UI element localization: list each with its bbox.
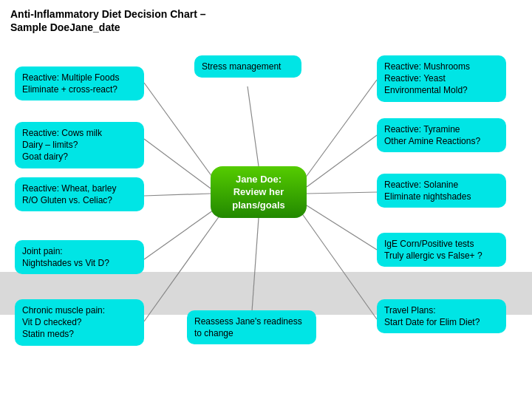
node-lower-left-label: Joint pain:Nightshades vs Vit D? [22, 246, 109, 268]
node-lower-right: IgE Corn/Positive testsTruly allergic vs… [377, 233, 506, 267]
node-mid-left: Reactive: Cows milkDairy – limits?Goat d… [15, 122, 144, 168]
chart-title: Anti-Inflammatory Diet Decision Chart – … [10, 7, 206, 34]
svg-line-1 [248, 86, 259, 166]
node-top-left-label: Reactive: Multiple FoodsEliminate + cros… [22, 72, 119, 95]
diagram-area: Jane Doe: Review her plans/goals Reactiv… [0, 44, 532, 392]
svg-line-2 [303, 80, 377, 181]
node-top-left: Reactive: Multiple FoodsEliminate + cros… [15, 66, 144, 100]
node-bottom-center: Reassess Jane's readinessto change [187, 310, 316, 344]
svg-line-0 [144, 83, 218, 185]
node-top-right: Reactive: MushroomsReactive: YeastEnviro… [377, 55, 506, 102]
svg-line-7 [144, 207, 218, 259]
svg-line-4 [307, 135, 377, 187]
node-lower-right-label: IgE Corn/Positive testsTruly allergic vs… [384, 239, 482, 261]
node-center-right: Reactive: SolanineEliminate nightshades [377, 174, 506, 208]
node-bottom-right: Travel Plans:Start Date for Elim Diet? [377, 299, 506, 333]
title-line2: Sample DoeJane_date [10, 21, 206, 34]
node-bottom-left-label: Chronic muscle pain:Vit D checked?Statin… [22, 305, 105, 339]
node-top-right-label: Reactive: MushroomsReactive: YeastEnviro… [384, 61, 470, 95]
svg-line-3 [144, 139, 211, 188]
node-center-left: Reactive: Wheat, barleyR/O Gluten vs. Ce… [15, 177, 144, 211]
svg-line-8 [307, 205, 377, 250]
node-lower-left: Joint pain:Nightshades vs Vit D? [15, 240, 144, 274]
node-center-left-label: Reactive: Wheat, barleyR/O Gluten vs. Ce… [22, 183, 116, 205]
center-label: Jane Doe: Review her plans/goals [218, 173, 299, 212]
title-line1: Anti-Inflammatory Diet Decision Chart – [10, 7, 206, 21]
node-mid-right: Reactive: TyramineOther Amine Reactions? [377, 118, 506, 152]
node-bottom-right-label: Travel Plans:Start Date for Elim Diet? [384, 305, 480, 327]
node-mid-left-label: Reactive: Cows milkDairy – limits?Goat d… [22, 128, 102, 162]
node-bottom-left: Chronic muscle pain:Vit D checked?Statin… [15, 299, 144, 346]
node-bottom-center-label: Reassess Jane's readinessto change [194, 316, 302, 338]
node-mid-right-label: Reactive: TyramineOther Amine Reactions? [384, 124, 480, 146]
svg-line-6 [307, 192, 377, 194]
svg-line-5 [144, 194, 211, 196]
node-center-right-label: Reactive: SolanineEliminate nightshades [384, 180, 471, 202]
node-top-center: Stress management [194, 55, 301, 78]
node-top-center-label: Stress management [202, 61, 281, 72]
center-node: Jane Doe: Review her plans/goals [211, 166, 307, 218]
